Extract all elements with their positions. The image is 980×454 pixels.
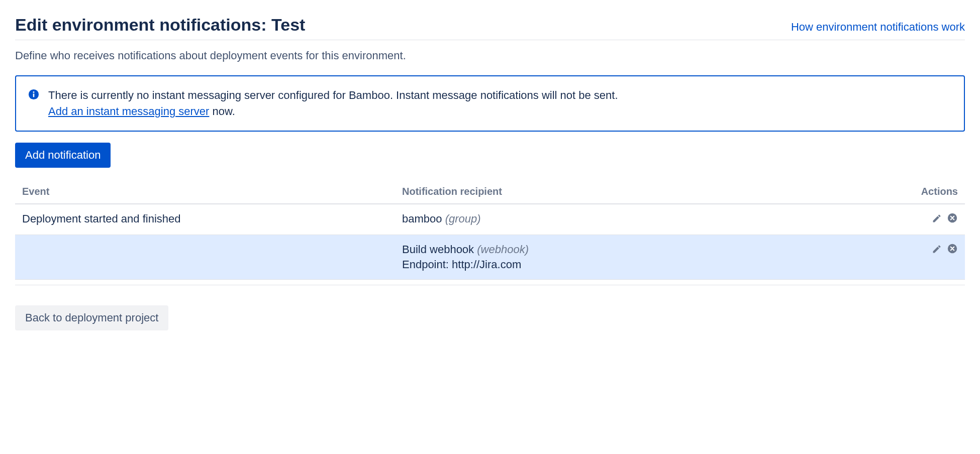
cell-event: [15, 235, 395, 279]
info-icon: [28, 89, 39, 100]
help-link[interactable]: How environment notifications work: [791, 21, 965, 34]
add-notification-button[interactable]: Add notification: [15, 143, 111, 168]
cell-recipient: Build webhook (webhook) Endpoint: http:/…: [395, 235, 905, 279]
back-button[interactable]: Back to deployment project: [15, 305, 168, 330]
delete-icon[interactable]: [947, 212, 958, 223]
cell-actions: [905, 204, 965, 235]
divider: [15, 285, 965, 285]
add-messaging-server-link[interactable]: Add an instant messaging server: [48, 105, 209, 118]
svg-rect-1: [33, 93, 35, 97]
svg-point-2: [33, 91, 35, 93]
recipient-extra: Endpoint: http://Jira.com: [402, 258, 898, 271]
col-recipient: Notification recipient: [395, 180, 905, 204]
edit-icon[interactable]: [932, 244, 942, 254]
recipient-name: bamboo: [402, 212, 442, 225]
page-header: Edit environment notifications: Test How…: [15, 15, 965, 40]
info-message: There is currently no instant messaging …: [48, 89, 618, 101]
col-actions: Actions: [905, 180, 965, 204]
recipient-name: Build webhook: [402, 243, 474, 256]
page-title: Edit environment notifications: Test: [15, 15, 305, 35]
recipient-type: (webhook): [477, 243, 529, 256]
table-row: Build webhook (webhook) Endpoint: http:/…: [15, 235, 965, 279]
edit-icon[interactable]: [932, 213, 942, 223]
info-panel-content: There is currently no instant messaging …: [48, 87, 618, 120]
delete-icon[interactable]: [947, 243, 958, 254]
recipient-type: (group): [445, 212, 481, 225]
info-panel: There is currently no instant messaging …: [15, 75, 965, 132]
notifications-table: Event Notification recipient Actions Dep…: [15, 180, 965, 280]
page-description: Define who receives notifications about …: [15, 49, 965, 62]
cell-recipient: bamboo (group): [395, 204, 905, 235]
cell-event: Deployment started and finished: [15, 204, 395, 235]
cell-actions: [905, 235, 965, 279]
col-event: Event: [15, 180, 395, 204]
info-after-link: now.: [209, 105, 235, 118]
table-row: Deployment started and finished bamboo (…: [15, 204, 965, 235]
